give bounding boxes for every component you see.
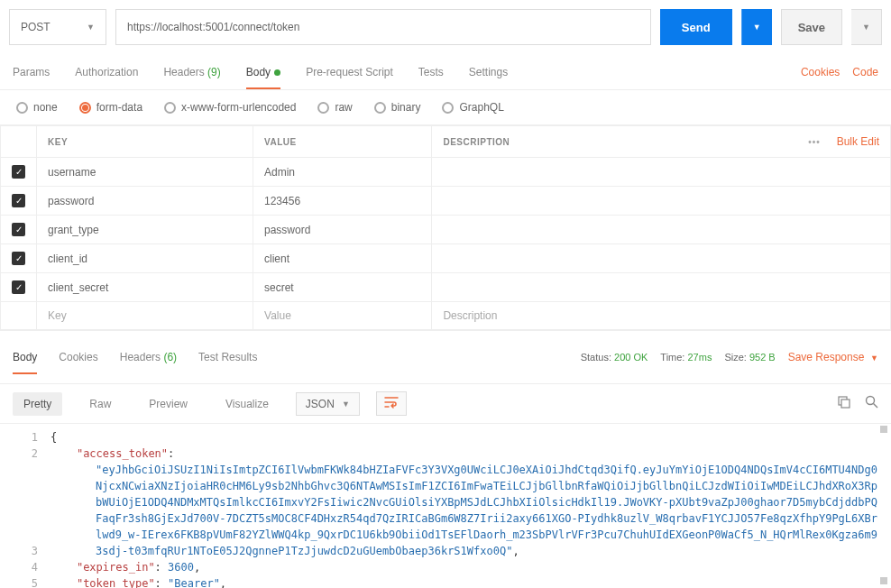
- checkbox-icon[interactable]: ✓: [12, 165, 25, 179]
- response-toolbar: Pretty Raw Preview Visualize JSON▼: [0, 384, 891, 424]
- method-select[interactable]: POST ▼: [9, 9, 106, 45]
- check-all-header: [1, 126, 37, 158]
- cookies-link[interactable]: Cookies: [801, 66, 840, 78]
- save-dropdown[interactable]: ▼: [851, 9, 882, 45]
- desc-cell[interactable]: [432, 187, 891, 216]
- chevron-down-icon: ▼: [342, 400, 350, 409]
- radio-none[interactable]: none: [16, 101, 58, 114]
- bulk-edit-link[interactable]: Bulk Edit: [837, 135, 879, 148]
- method-label: POST: [21, 21, 51, 33]
- response-body-viewer[interactable]: 12 3456 { "access_token": "eyJhbGciOiJSU…: [0, 424, 891, 588]
- desc-input[interactable]: Description: [432, 302, 891, 330]
- svg-rect-1: [841, 400, 850, 408]
- response-tabs: Body Cookies Headers (6) Test Results St…: [0, 330, 891, 384]
- resp-tab-headers[interactable]: Headers (6): [120, 340, 177, 374]
- svg-line-3: [874, 404, 878, 409]
- key-input[interactable]: Key: [37, 302, 253, 330]
- line-gutter: 12 3456: [0, 429, 51, 588]
- resp-tab-tests[interactable]: Test Results: [198, 340, 257, 374]
- save-button[interactable]: Save: [781, 9, 842, 45]
- key-cell[interactable]: username: [37, 158, 253, 187]
- value-cell[interactable]: 123456: [253, 187, 432, 216]
- checkbox-icon[interactable]: ✓: [12, 194, 25, 207]
- key-cell[interactable]: client_id: [37, 244, 253, 273]
- status-label: Status: 200 OK: [581, 352, 648, 363]
- tab-params[interactable]: Params: [13, 55, 50, 89]
- radio-icon: [79, 102, 91, 114]
- wrap-lines-icon[interactable]: [376, 391, 407, 416]
- chevron-down-icon: ▼: [87, 23, 95, 32]
- tab-headers[interactable]: Headers (9): [163, 55, 220, 89]
- table-row-new[interactable]: KeyValueDescription: [1, 302, 891, 330]
- table-row[interactable]: ✓password123456: [1, 187, 891, 216]
- desc-cell[interactable]: [432, 273, 891, 302]
- checkbox-icon[interactable]: ✓: [12, 223, 25, 236]
- preview-button[interactable]: Preview: [138, 392, 198, 416]
- save-response-link[interactable]: Save Response ▼: [788, 351, 878, 363]
- value-cell[interactable]: Admin: [253, 158, 432, 187]
- chevron-down-icon: ▼: [862, 23, 870, 32]
- desc-header: DESCRIPTION ••• Bulk Edit: [432, 126, 891, 158]
- radio-icon: [164, 102, 176, 114]
- radio-icon: [442, 102, 454, 114]
- value-cell[interactable]: secret: [253, 273, 432, 302]
- tab-body[interactable]: Body: [246, 55, 280, 89]
- table-row[interactable]: ✓grant_typepassword: [1, 216, 891, 244]
- radio-icon: [317, 102, 329, 114]
- desc-cell[interactable]: [432, 244, 891, 273]
- radio-graphql[interactable]: GraphQL: [442, 101, 503, 114]
- code-link[interactable]: Code: [852, 66, 878, 78]
- key-header: KEY: [37, 126, 253, 158]
- key-cell[interactable]: client_secret: [37, 273, 253, 302]
- json-content: { "access_token": "eyJhbGciOiJSUzI1NiIsI…: [51, 429, 891, 588]
- resp-tab-cookies[interactable]: Cookies: [59, 340, 97, 374]
- table-row[interactable]: ✓client_idclient: [1, 244, 891, 273]
- radio-icon: [374, 102, 386, 114]
- checkbox-icon[interactable]: ✓: [12, 280, 25, 294]
- key-cell[interactable]: password: [37, 187, 253, 216]
- size-label: Size: 952 B: [724, 352, 775, 363]
- radio-xwww[interactable]: x-www-form-urlencoded: [164, 101, 296, 114]
- visualize-button[interactable]: Visualize: [215, 392, 280, 416]
- body-type-selector: none form-data x-www-form-urlencoded raw…: [0, 90, 891, 125]
- radio-icon: [16, 102, 28, 114]
- radio-binary[interactable]: binary: [374, 101, 421, 114]
- pretty-button[interactable]: Pretty: [13, 392, 62, 416]
- send-button[interactable]: Send: [660, 9, 732, 45]
- chevron-down-icon: ▼: [753, 23, 761, 32]
- time-label: Time: 27ms: [660, 352, 712, 363]
- radio-form-data[interactable]: form-data: [79, 101, 142, 114]
- table-row[interactable]: ✓usernameAdmin: [1, 158, 891, 187]
- table-row[interactable]: ✓client_secretsecret: [1, 273, 891, 302]
- tab-tests[interactable]: Tests: [418, 55, 444, 89]
- chevron-down-icon: ▼: [870, 354, 878, 363]
- tab-authorization[interactable]: Authorization: [75, 55, 138, 89]
- raw-button[interactable]: Raw: [78, 392, 122, 416]
- desc-cell[interactable]: [432, 158, 891, 187]
- value-cell[interactable]: client: [253, 244, 432, 273]
- more-icon[interactable]: •••: [808, 137, 821, 147]
- send-dropdown[interactable]: ▼: [741, 9, 772, 45]
- search-icon[interactable]: [865, 395, 878, 412]
- request-tabs: Params Authorization Headers (9) Body Pr…: [0, 54, 891, 90]
- status-dot-icon: [274, 69, 280, 76]
- value-header: VALUE: [253, 126, 432, 158]
- radio-raw[interactable]: raw: [317, 101, 352, 114]
- tab-settings[interactable]: Settings: [469, 55, 508, 89]
- value-cell[interactable]: password: [253, 216, 432, 244]
- svg-point-2: [867, 397, 875, 405]
- value-input[interactable]: Value: [253, 302, 432, 330]
- key-cell[interactable]: grant_type: [37, 216, 253, 244]
- format-select[interactable]: JSON▼: [296, 392, 360, 416]
- copy-icon[interactable]: [837, 395, 850, 412]
- scrollbar-track: [880, 426, 887, 584]
- resp-tab-body[interactable]: Body: [13, 340, 37, 374]
- form-data-table: KEY VALUE DESCRIPTION ••• Bulk Edit ✓use…: [0, 125, 891, 330]
- checkbox-icon[interactable]: ✓: [12, 252, 25, 265]
- tab-prerequest[interactable]: Pre-request Script: [306, 55, 393, 89]
- url-input[interactable]: [115, 9, 651, 45]
- desc-cell[interactable]: [432, 216, 891, 244]
